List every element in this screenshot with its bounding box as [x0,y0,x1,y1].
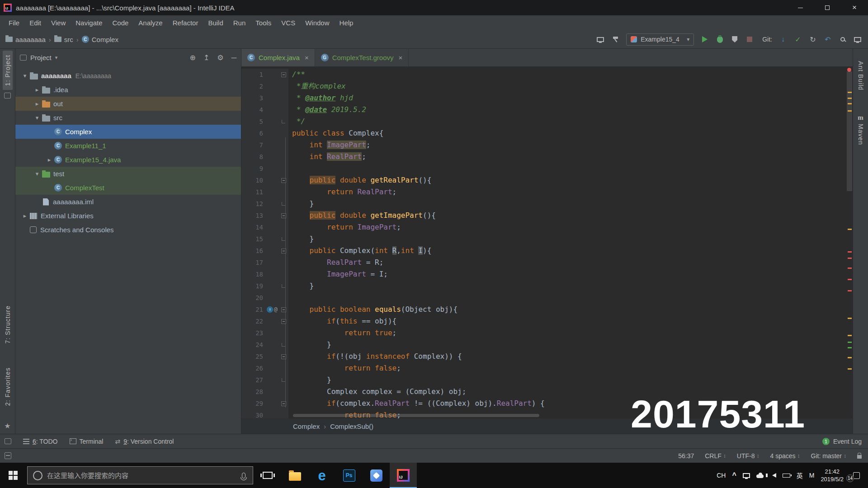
onedrive-icon[interactable] [756,474,764,478]
fold-end-icon[interactable] [282,284,285,288]
network-icon[interactable] [783,474,790,478]
code-line-7[interactable]: 7 int ImagePart; [241,139,853,151]
lock-icon[interactable] [857,455,862,459]
chevron-right-icon[interactable]: ▸ [32,100,42,107]
hide-windows-button[interactable] [854,34,862,45]
search-everywhere-button[interactable] [839,34,847,45]
fold-icon[interactable] [281,354,286,359]
tab-complex-java[interactable]: CComplex.java× [241,49,315,66]
fold-icon[interactable] [281,249,286,253]
menu-item-run[interactable]: Run [228,15,251,30]
horizontal-scrollbar[interactable] [293,414,539,417]
code-line-26[interactable]: 26 return false; [241,362,853,374]
code-line-1[interactable]: 1/** [241,69,853,80]
fold-end-icon[interactable] [282,202,285,206]
code-line-11[interactable]: 11 return RealPart; [241,186,853,198]
chevron-down-icon[interactable]: ▾ [20,72,30,79]
code-line-24[interactable]: 24 } [241,339,853,351]
taskbar-search[interactable] [27,466,253,484]
error-stripe-mark[interactable] [848,290,852,291]
stop-button[interactable] [745,34,754,45]
code-line-6[interactable]: 6public class Complex{ [241,127,853,139]
override-method-icon[interactable]: ↑ [267,306,273,313]
code-line-27[interactable]: 27 } [241,374,853,386]
code-line-15[interactable]: 15 } [241,233,853,245]
code-line-18[interactable]: 18 ImagePart = I; [241,268,853,280]
toolwindow-button-maven[interactable]: mMaven [856,110,866,149]
vcs-update-button[interactable]: ↓ [779,34,787,45]
error-stripe-mark[interactable] [848,368,852,370]
hide-panel-icon[interactable]: ─ [231,54,236,62]
tree-item-example15-4-java[interactable]: ▸CExample15_4.java [15,153,241,167]
error-stripe-mark[interactable] [848,279,852,280]
menu-item-vcs[interactable]: VCS [276,15,300,30]
breadcrumb-complex[interactable]: Complex [293,422,320,430]
vcs-commit-button[interactable]: ✓ [794,34,802,45]
chevron-down-icon[interactable]: ▾ [32,114,42,121]
fold-end-icon[interactable] [282,378,285,382]
vertical-scrollbar[interactable] [847,71,852,191]
run-configuration-select[interactable]: Example15_4 ▾ [626,33,694,46]
run-button[interactable] [701,34,709,45]
favorites-star-icon[interactable]: ★ [4,422,10,430]
tree-item-scratches-and-consoles[interactable]: Scratches and Consoles [15,223,241,237]
code-line-4[interactable]: 4 * @date 2019.5.2 [241,104,853,116]
error-stripe-mark[interactable] [848,258,852,259]
code-line-9[interactable]: 9 [241,163,853,174]
tree-item-complextest[interactable]: CComplexTest [15,181,241,195]
taskbar-app-idea[interactable]: IJ [390,463,417,488]
indent-widget[interactable]: 4 spaces ↕ [770,452,800,460]
taskbar-app-blue-app[interactable] [363,463,390,488]
volume-icon[interactable] [772,473,776,478]
menu-item-build[interactable]: Build [203,15,228,30]
fold-icon[interactable] [281,213,286,218]
code-line-3[interactable]: 3 * @author hjd [241,92,853,104]
fold-icon[interactable] [281,319,286,324]
ime-indicator[interactable]: CH [717,472,726,479]
maximize-button[interactable] [814,0,841,15]
breadcrumb-item-src[interactable]: src [54,36,73,43]
close-icon[interactable]: × [305,54,309,61]
toolwindow-button-ant-build[interactable]: Ant Build [856,57,866,94]
line-separator-widget[interactable]: CRLF ↕ [705,452,726,460]
code-line-12[interactable]: 12 } [241,198,853,210]
menu-item-analyze[interactable]: Analyze [133,15,167,30]
breadcrumb-item-aaaaaaaa[interactable]: aaaaaaaa [5,36,46,43]
tree-item-out[interactable]: ▸out [15,97,241,111]
project-stripe-icon[interactable] [4,93,11,99]
code-line-20[interactable]: 20 [241,292,853,304]
fold-icon[interactable] [281,307,286,312]
taskbar-app-explorer[interactable] [281,463,308,488]
chevron-right-icon[interactable]: ▸ [44,156,54,163]
toolwindow-button-1-project[interactable]: 1: Project [3,51,13,90]
tree-item-src[interactable]: ▾src [15,111,241,125]
error-stripe-mark[interactable] [848,92,852,93]
locate-file-icon[interactable]: ⊕ [190,53,196,62]
menu-item-window[interactable]: Window [300,15,334,30]
menu-item-file[interactable]: File [4,15,24,30]
toolwindow-version-control[interactable]: 9: Version Control [115,438,174,445]
encoding-widget[interactable]: UTF-8 ↕ [737,452,760,460]
start-button[interactable] [0,463,26,488]
error-stripe-mark[interactable] [848,98,852,99]
action-center-button[interactable]: 14 [850,469,863,482]
fold-end-icon[interactable] [282,343,285,347]
taskbar-app-edge[interactable]: e [308,463,335,488]
quick-access-icon[interactable] [5,452,11,459]
error-stripe-mark[interactable] [848,342,852,343]
toolwindow-terminal[interactable]: Terminal [70,438,104,445]
error-stripe-mark[interactable] [848,267,852,269]
menu-item-code[interactable]: Code [107,15,133,30]
build-project-button[interactable] [611,34,619,45]
menu-item-view[interactable]: View [46,15,71,30]
taskbar-clock[interactable]: 21:42 2019/5/2 [821,468,844,483]
tree-item-aaaaaaaa[interactable]: ▾aaaaaaaaE:\aaaaaaaa [15,69,241,83]
code-line-2[interactable]: 2 *重构complex [241,80,853,92]
tree-item-test[interactable]: ▾test [15,167,241,181]
code-line-14[interactable]: 14 return ImagePart; [241,221,853,233]
project-panel-title[interactable]: Project [30,54,52,61]
vcs-rollback-button[interactable]: ↶ [824,34,832,45]
event-log-widget[interactable]: 1 Event Log [822,438,862,445]
code-line-25[interactable]: 25 if(!(obj instanceof Complex)) { [241,351,853,362]
minimize-button[interactable] [787,0,814,15]
